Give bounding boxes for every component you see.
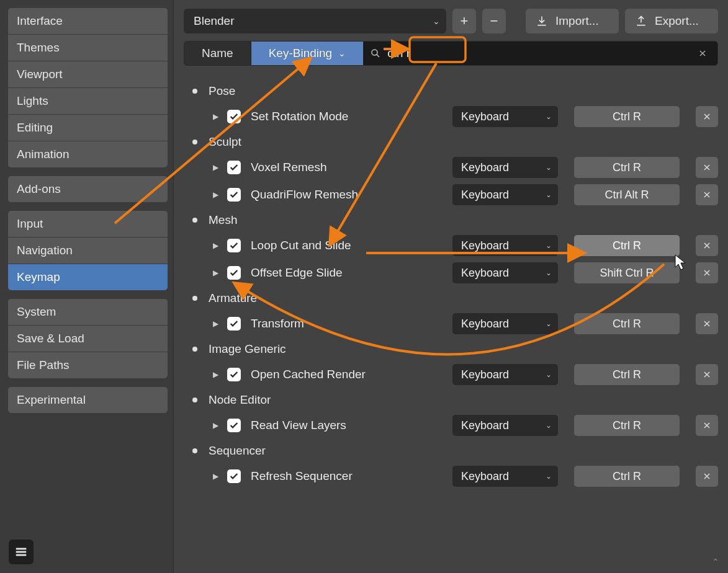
keymap-entry: ▶Loop Cut and SlideKeyboard⌄Ctrl R xyxy=(187,232,718,259)
input-type-dropdown[interactable]: Keyboard⌄ xyxy=(452,106,558,127)
sidebar-item-add-ons[interactable]: Add-ons xyxy=(7,175,168,203)
shortcut-button[interactable]: Ctrl R xyxy=(574,466,680,487)
keymap-checkbox[interactable] xyxy=(227,188,241,202)
input-type-dropdown[interactable]: Keyboard⌄ xyxy=(452,235,558,256)
expand-triangle-icon[interactable]: ▶ xyxy=(210,269,221,277)
keymap-preset-dropdown[interactable]: Blender ⌄ xyxy=(184,9,446,33)
preset-remove-button[interactable]: − xyxy=(482,9,506,33)
export-keymap-button[interactable]: Export... xyxy=(625,9,718,33)
sidebar-item-navigation[interactable]: Navigation xyxy=(7,238,168,264)
svg-rect-0 xyxy=(16,548,27,550)
input-type-dropdown[interactable]: Keyboard⌄ xyxy=(452,313,558,334)
delete-keymap-entry-button[interactable] xyxy=(696,466,718,487)
delete-keymap-entry-button[interactable] xyxy=(696,364,718,385)
delete-keymap-entry-button[interactable] xyxy=(696,415,718,436)
expand-triangle-icon[interactable]: ▶ xyxy=(210,319,221,328)
keymap-checkbox[interactable] xyxy=(227,161,241,174)
preset-add-button[interactable]: + xyxy=(452,9,476,33)
sidebar-item-save-load[interactable]: Save & Load xyxy=(7,326,168,352)
minus-icon: − xyxy=(490,13,498,29)
expand-triangle-icon[interactable]: ▶ xyxy=(210,472,221,481)
chevron-down-icon: ⌄ xyxy=(546,421,552,430)
delete-keymap-entry-button[interactable] xyxy=(696,235,718,256)
keymap-category: Image Generic xyxy=(187,337,718,361)
import-keymap-button[interactable]: Import... xyxy=(526,9,619,33)
chevron-down-icon: ⌄ xyxy=(546,472,552,481)
chevron-down-icon: ⌄ xyxy=(546,163,552,172)
expand-triangle-icon[interactable]: ▶ xyxy=(210,370,221,379)
category-label: Sculpt xyxy=(209,135,241,149)
shortcut-button[interactable]: Ctrl Alt R xyxy=(574,184,680,205)
shortcut-button[interactable]: Ctrl R xyxy=(574,415,680,436)
input-type-dropdown[interactable]: Keyboard⌄ xyxy=(452,184,558,205)
expand-triangle-icon[interactable]: ▶ xyxy=(210,241,221,250)
sidebar-item-animation[interactable]: Animation xyxy=(7,141,168,168)
clear-search-button[interactable] xyxy=(694,45,711,62)
shortcut-button[interactable]: Shift Ctrl R xyxy=(574,262,680,283)
bullet-icon xyxy=(192,296,197,301)
sidebar-item-viewport[interactable]: Viewport xyxy=(7,61,168,88)
input-type-dropdown[interactable]: Keyboard⌄ xyxy=(452,364,558,385)
keymap-entry-name: QuadriFlow Remesh xyxy=(247,188,446,202)
sidebar-item-input[interactable]: Input xyxy=(7,210,168,238)
category-label: Mesh xyxy=(209,213,237,227)
delete-keymap-entry-button[interactable] xyxy=(696,157,718,178)
sidebar-item-system[interactable]: System xyxy=(7,298,168,326)
sidebar-item-keymap[interactable]: Keymap xyxy=(7,264,168,291)
keymap-entry-name: Offset Edge Slide xyxy=(247,266,446,280)
sidebar-item-file-paths[interactable]: File Paths xyxy=(7,352,168,379)
keymap-results-list: Pose▶Set Rotation ModeKeyboard⌄Ctrl RScu… xyxy=(184,79,718,490)
expand-triangle-icon[interactable]: ▶ xyxy=(210,421,221,430)
category-label: Pose xyxy=(209,84,235,98)
expand-triangle-icon[interactable]: ▶ xyxy=(210,163,221,172)
shortcut-button[interactable]: Ctrl R xyxy=(574,106,680,127)
expand-triangle-icon[interactable]: ▶ xyxy=(210,112,221,121)
shortcut-button[interactable]: Ctrl R xyxy=(574,235,680,256)
keymap-entry-name: Refresh Sequencer xyxy=(247,469,446,483)
keymap-checkbox[interactable] xyxy=(227,317,241,331)
search-input-container xyxy=(364,42,717,65)
keymap-checkbox[interactable] xyxy=(227,266,241,280)
keymap-search-input[interactable] xyxy=(387,47,688,60)
shortcut-button[interactable]: Ctrl R xyxy=(574,313,680,334)
search-mode-key-binding[interactable]: Key-Binding ⌄ xyxy=(251,42,364,65)
shortcut-button[interactable]: Ctrl R xyxy=(574,157,680,178)
sidebar-item-editing[interactable]: Editing xyxy=(7,115,168,141)
chevron-down-icon: ⌄ xyxy=(546,370,552,379)
keymap-checkbox[interactable] xyxy=(227,419,241,432)
keymap-checkbox[interactable] xyxy=(227,469,241,483)
sidebar-item-lights[interactable]: Lights xyxy=(7,88,168,115)
keymap-checkbox[interactable] xyxy=(227,368,241,381)
close-icon xyxy=(698,49,707,58)
export-label: Export... xyxy=(655,14,699,28)
close-icon xyxy=(703,269,711,277)
delete-keymap-entry-button[interactable] xyxy=(696,106,718,127)
svg-point-3 xyxy=(372,50,377,55)
sidebar-item-interface[interactable]: Interface xyxy=(7,7,168,35)
category-label: Node Editor xyxy=(209,393,271,407)
shortcut-button[interactable]: Ctrl R xyxy=(574,364,680,385)
keymap-checkbox[interactable] xyxy=(227,110,241,123)
delete-keymap-entry-button[interactable] xyxy=(696,184,718,205)
category-label: Sequencer xyxy=(209,444,266,458)
delete-keymap-entry-button[interactable] xyxy=(696,313,718,334)
keymap-checkbox[interactable] xyxy=(227,239,241,252)
bullet-icon xyxy=(192,398,197,402)
hamburger-menu-button[interactable] xyxy=(9,540,34,564)
keymap-entry: ▶Offset Edge SlideKeyboard⌄Shift Ctrl R xyxy=(187,259,718,286)
keymap-panel: Blender ⌄ + − Import... Export... Name xyxy=(174,0,728,573)
keymap-entry: ▶QuadriFlow RemeshKeyboard⌄Ctrl Alt R xyxy=(187,181,718,208)
sidebar-item-experimental[interactable]: Experimental xyxy=(7,386,168,414)
expand-triangle-icon[interactable]: ▶ xyxy=(210,190,221,199)
sidebar-item-themes[interactable]: Themes xyxy=(7,35,168,61)
input-type-dropdown[interactable]: Keyboard⌄ xyxy=(452,157,558,178)
panel-resize-chevron[interactable]: ⌃ xyxy=(712,557,719,567)
input-type-dropdown[interactable]: Keyboard⌄ xyxy=(452,262,558,283)
delete-keymap-entry-button[interactable] xyxy=(696,262,718,283)
input-type-dropdown[interactable]: Keyboard⌄ xyxy=(452,466,558,487)
preset-label: Blender xyxy=(194,14,433,28)
keymap-entry: ▶Set Rotation ModeKeyboard⌄Ctrl R xyxy=(187,103,718,130)
keymap-entry-name: Open Cached Render xyxy=(247,368,446,381)
input-type-dropdown[interactable]: Keyboard⌄ xyxy=(452,415,558,436)
search-mode-name[interactable]: Name xyxy=(184,42,251,65)
